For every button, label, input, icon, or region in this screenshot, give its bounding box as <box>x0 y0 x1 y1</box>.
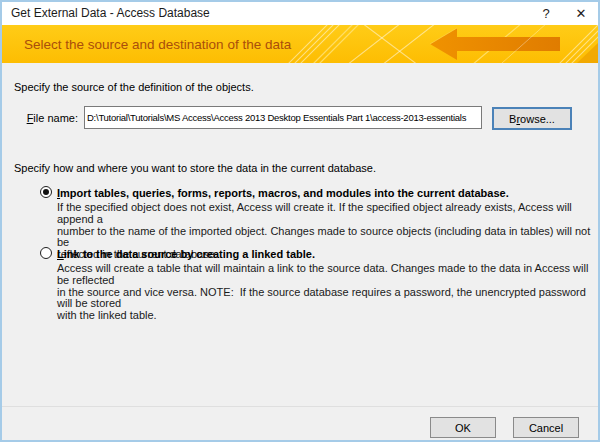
import-option-label[interactable]: Import tables, queries, forms, reports, … <box>57 187 509 199</box>
file-name-input[interactable] <box>84 106 482 129</box>
get-external-data-dialog: Get External Data - Access Database ? ✕ <box>0 0 600 442</box>
browse-button[interactable]: Browse... <box>492 107 572 130</box>
ok-button[interactable]: OK <box>430 417 496 438</box>
banner: Select the source and destination of the… <box>2 25 598 63</box>
close-icon[interactable]: ✕ <box>569 2 593 25</box>
help-icon[interactable]: ? <box>534 2 558 25</box>
banner-heading: Select the source and destination of the… <box>24 37 291 52</box>
link-option-description: Access will create a table that will mai… <box>57 263 598 322</box>
store-instruction: Specify how and where you want to store … <box>14 162 376 174</box>
footer-divider <box>2 406 598 407</box>
import-radio[interactable] <box>40 186 52 198</box>
cancel-button[interactable]: Cancel <box>513 417 579 438</box>
file-name-label: File name: <box>16 112 78 124</box>
link-option-label[interactable]: Link to the data source by creating a li… <box>57 248 315 260</box>
title-bar: Get External Data - Access Database ? ✕ <box>2 2 598 25</box>
dialog-title: Get External Data - Access Database <box>11 2 210 25</box>
source-instruction: Specify the source of the definition of … <box>14 81 254 93</box>
link-radio[interactable] <box>40 247 52 259</box>
